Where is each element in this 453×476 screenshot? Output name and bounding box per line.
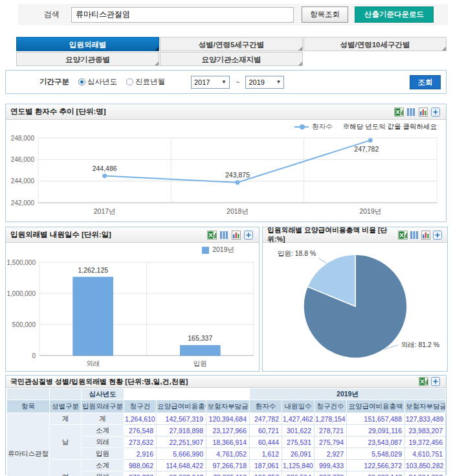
value-cell: 273,632 — [124, 436, 157, 448]
value-cell: 1,264,610 — [124, 413, 157, 425]
period-type-label: 기간구분 — [39, 77, 69, 87]
value-cell: 247,782 — [250, 413, 282, 425]
value-cell: 27,918,898 — [157, 425, 206, 436]
legend-item: 2019년 — [202, 245, 234, 255]
inout-type-cell: 소계 — [82, 425, 124, 436]
table-header-row: 항목 성별구분 입원외래구분 청구건 요양급여비용총액 보험자부담금 환자수 내… — [7, 400, 446, 413]
expand-icon[interactable] — [433, 231, 443, 240]
tab-institution-type[interactable]: 요양기관종별 — [16, 52, 159, 66]
value-cell: 142,567,319 — [157, 413, 206, 425]
bar-chart-title-bar: 입원외래별 내원일수 [단위:일] — [6, 227, 259, 243]
svg-text:입원: 입원 — [193, 359, 207, 367]
value-cell: 23,127,966 — [206, 425, 250, 436]
panel-title: 입원외래별 요양급여비용총액 비율 [단위:%] — [267, 226, 396, 244]
value-cell: 19,372,456 — [405, 436, 446, 448]
chart-icon[interactable] — [421, 231, 431, 240]
year-from-select[interactable]: 2017 ▼ — [191, 76, 230, 89]
excel-icon[interactable] — [394, 108, 404, 117]
panel-title: 국민관심질병 성별/입원외래별 현황 [단위:명,일,건,천원] — [10, 377, 188, 387]
gender-cell: 여 — [50, 460, 82, 476]
svg-text:244,486: 244,486 — [93, 164, 117, 172]
expand-icon[interactable] — [431, 377, 441, 386]
value-cell: 5,666,990 — [157, 448, 206, 460]
value-cell: 275,531 — [282, 436, 315, 448]
svg-text:2018년: 2018년 — [226, 207, 249, 215]
line-marker-icon — [294, 126, 309, 128]
table-icon[interactable] — [219, 231, 230, 240]
expand-icon[interactable] — [431, 108, 441, 117]
trend-legend-row: 환자수 ※해당 년도의 값을 클릭하세요 — [6, 120, 446, 134]
svg-text:246,000: 246,000 — [11, 156, 35, 163]
svg-text:0: 0 — [32, 352, 36, 359]
value-cell: 114,648,422 — [157, 460, 206, 471]
value-cell: 4,761,052 — [206, 448, 250, 460]
svg-text:1,500,000: 1,500,000 — [7, 259, 36, 266]
value-cell: 986,594 — [282, 471, 315, 476]
excel-icon[interactable] — [398, 231, 408, 240]
tab-gender-age10[interactable]: 성별/연령10세구간별 — [304, 37, 447, 51]
table-header-group-row: 심사년도 2019년 — [7, 389, 446, 400]
value-cell: 60,721 — [250, 425, 282, 436]
value-cell: 2,927 — [315, 448, 347, 460]
header-2019: 2019년 — [250, 389, 446, 400]
table-row: 여소계988,062114,648,42297,266,718187,0611,… — [7, 460, 446, 471]
table-icon[interactable] — [410, 231, 419, 240]
chart-icon[interactable] — [232, 231, 242, 240]
visit-days-bar-chart[interactable]: 0500,0001,000,0001,500,0001,262,125외래165… — [6, 257, 259, 371]
visit-days-chart-panel: 입원외래별 내원일수 [단위:일] 2019년 0500,0001,000,00… — [5, 227, 260, 372]
chart-icon[interactable] — [419, 108, 429, 117]
radio-icon — [126, 78, 133, 85]
value-cell: 999,433 — [315, 460, 347, 471]
value-cell: 2,916 — [124, 448, 157, 460]
value-cell: 186,257 — [250, 471, 282, 476]
value-cell: 18,366,914 — [206, 436, 250, 448]
tab-institution-region[interactable]: 요양기관소재지별 — [160, 52, 303, 66]
trend-chart-title-bar: 연도별 환자수 추이 [단위:명] — [6, 104, 446, 120]
excel-icon[interactable] — [207, 231, 217, 240]
svg-text:248,000: 248,000 — [11, 135, 35, 142]
expand-icon[interactable] — [244, 231, 254, 240]
tab-gender-age5[interactable]: 성별/연령5세구간별 — [160, 37, 303, 51]
year-to-select[interactable]: 2019 ▼ — [245, 76, 284, 89]
table-title-bar: 국민관심질병 성별/입원외래별 현황 [단위:명,일,건,천원] — [6, 376, 446, 388]
search-label: 검색 — [44, 9, 60, 20]
search-bar: 검색 항목조회 산출기준다운로드 — [18, 4, 448, 25]
value-cell: 988,062 — [124, 460, 157, 471]
value-cell: 1,278,154 — [315, 413, 347, 425]
table-body: 류마티스관절염계계1,264,610142,567,319120,394,684… — [7, 413, 446, 476]
value-cell: 301,622 — [282, 425, 315, 436]
criteria-download-button[interactable]: 산출기준다운로드 — [355, 6, 434, 23]
value-cell: 99,638,148 — [347, 471, 405, 476]
excel-icon[interactable] — [419, 377, 429, 386]
trend-chart-panel: 연도별 환자수 추이 [단위:명] 환자수 ※해당 년도의 값을 클릭하세요 2… — [5, 104, 447, 222]
item-lookup-button[interactable]: 항목조회 — [302, 6, 348, 23]
inout-type-cell: 입원 — [82, 448, 124, 460]
value-cell: 276,548 — [124, 425, 157, 436]
svg-text:165,337: 165,337 — [188, 334, 212, 342]
radio-treatment-month[interactable]: 진료년월 — [126, 77, 165, 87]
value-cell: 122,566,372 — [347, 460, 405, 471]
query-button[interactable]: 조회 — [410, 75, 441, 89]
svg-text:247,782: 247,782 — [354, 145, 379, 153]
search-input[interactable] — [71, 7, 294, 23]
gender-cell: 계 — [50, 413, 82, 425]
radio-review-year[interactable]: 심사년도 — [78, 77, 117, 87]
svg-text:입원: 18.8 %: 입원: 18.8 % — [278, 249, 316, 257]
value-cell: 1,427,462 — [282, 413, 315, 425]
patients-trend-line-chart[interactable]: 242,000244,000246,000248,0002017년2018년20… — [6, 134, 443, 221]
value-cell: 987,778 — [315, 471, 347, 476]
inout-type-cell: 계 — [82, 413, 124, 425]
value-cell: 976,223 — [124, 471, 157, 476]
value-cell: 84,834,398 — [405, 471, 446, 476]
value-cell: 120,394,684 — [206, 413, 250, 425]
cost-ratio-pie-chart[interactable]: 외래: 81.2 %입원: 18.8 % — [263, 244, 446, 372]
tab-row-1: 입원외래별 성별/연령5세구간별 성별/연령10세구간별 — [16, 37, 448, 51]
table-icon[interactable] — [406, 108, 417, 117]
inout-type-cell: 외래 — [82, 436, 124, 448]
value-cell: 103,850,282 — [405, 460, 446, 471]
svg-text:244,000: 244,000 — [11, 177, 35, 185]
value-cell: 78,895,113 — [206, 471, 250, 476]
panel-title: 연도별 환자수 추이 [단위:명] — [10, 107, 106, 117]
inout-type-cell: 소계 — [82, 460, 124, 471]
tab-inout[interactable]: 입원외래별 — [16, 37, 159, 51]
